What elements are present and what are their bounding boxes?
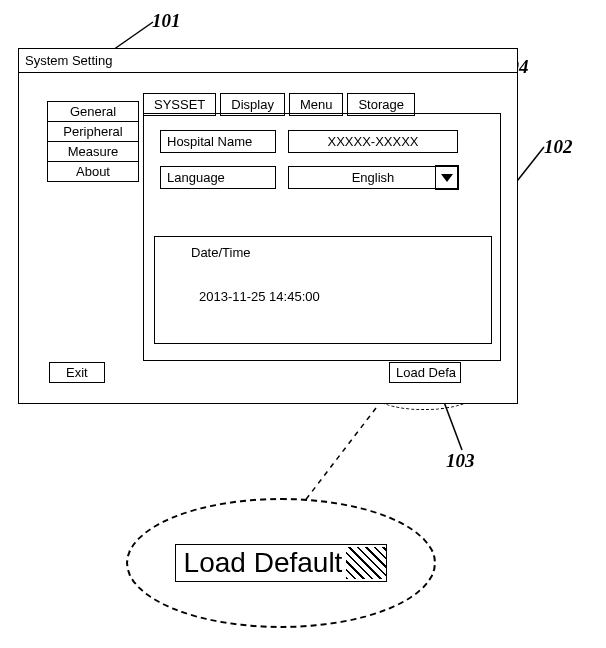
sidebar-item-general[interactable]: General — [47, 101, 139, 122]
language-label: Language — [160, 166, 276, 189]
date-time-value: 2013-11-25 14:45:00 — [199, 289, 320, 304]
truncation-hatch-icon — [346, 547, 386, 579]
svg-marker-5 — [441, 174, 453, 182]
window-body: General Peripheral Measure About SYSSET … — [19, 73, 517, 403]
load-default-label: Load Default — [184, 547, 347, 579]
language-select[interactable]: English — [288, 166, 458, 189]
hospital-name-label: Hospital Name — [160, 130, 276, 153]
callout-ellipse-large: Load Default — [126, 498, 436, 628]
exit-button[interactable]: Exit — [49, 362, 105, 383]
hospital-name-field[interactable]: XXXXX-XXXXX — [288, 130, 458, 153]
sidebar: General Peripheral Measure About — [47, 101, 139, 181]
ref-103: 103 — [446, 450, 475, 472]
svg-line-4 — [304, 408, 376, 502]
window-title: System Setting — [19, 49, 517, 73]
chevron-down-icon — [440, 173, 454, 183]
ref-101: 101 — [152, 10, 181, 32]
date-time-box: Date/Time 2013-11-25 14:45:00 — [154, 236, 492, 344]
settings-panel: Hospital Name XXXXX-XXXXX Language Engli… — [143, 113, 501, 361]
date-time-label: Date/Time — [191, 245, 250, 260]
sidebar-item-peripheral[interactable]: Peripheral — [47, 121, 139, 142]
load-default-button-full[interactable]: Load Default — [175, 544, 388, 582]
load-default-button-truncated[interactable]: Load Defa — [389, 362, 461, 383]
language-dropdown-button[interactable] — [435, 165, 459, 190]
sidebar-item-about[interactable]: About — [47, 161, 139, 182]
sidebar-item-measure[interactable]: Measure — [47, 141, 139, 162]
system-setting-window: System Setting General Peripheral Measur… — [18, 48, 518, 404]
svg-line-3 — [444, 402, 462, 450]
ref-102: 102 — [544, 136, 573, 158]
